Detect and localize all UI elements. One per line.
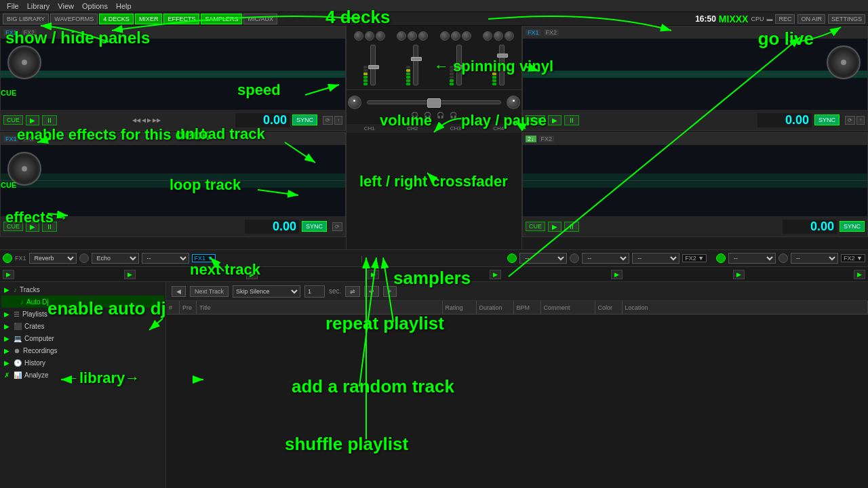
deck2-cue-button[interactable]: CUE [526,115,545,125]
toolbar-samplers[interactable]: SAMPLERS [201,14,242,24]
ch4-fader[interactable] [499,45,505,85]
fx3-effect2-toggle[interactable] [778,253,788,263]
on-air-button[interactable]: ON AIR [797,14,825,24]
deck1-speed-up-btn[interactable]: ↑ [334,116,342,125]
deck2-fx2-label[interactable]: FX2 [544,29,559,36]
ch4-eq-hi[interactable] [483,31,492,41]
deck2-playbar-button[interactable]: ▶ [246,270,258,279]
deck3-play-button[interactable]: ▶ [26,222,39,232]
fx2-enable-toggle[interactable] [507,253,517,263]
ch1-fader[interactable] [370,45,376,85]
lib-item-playlists[interactable]: ▶ ☰ Playlists [1,308,164,320]
deck1-fx1-label[interactable]: FX1 [3,29,19,36]
deck5-playbar-button[interactable]: ▶ [611,270,623,279]
deck3-fx2-label[interactable]: FX2 [22,136,37,142]
ch2-eq-lo[interactable] [418,31,428,41]
ch4-eq-mid[interactable] [494,31,503,41]
fx1-effect2-toggle[interactable] [79,253,89,263]
deck1-back-btn[interactable]: ◀ [142,117,146,123]
toolbar-effects[interactable]: EFFECTS [163,14,199,24]
fx2-effect1-select[interactable]: -- [519,253,567,264]
crossfader[interactable] [367,100,501,104]
fx2-effect3-select[interactable]: -- [632,253,679,264]
headphone-icon-2[interactable]: 🎧 [424,112,431,119]
deck6-playbar-button[interactable]: ▶ [733,270,745,279]
next-track-button[interactable]: Next Track [190,286,229,297]
deck2-play-button[interactable]: ▶ [548,115,561,125]
settings-button[interactable]: SETTINGS [828,14,865,24]
headphone-icon-1[interactable]: 🎧 [411,112,418,119]
ch1-eq-hi[interactable] [354,31,363,41]
deck1-ffwd-btn[interactable]: ▶▶ [153,117,161,123]
lib-item-recordings[interactable]: ▶ ⏺ Recordings [1,344,164,357]
deck4-play-button[interactable]: ▶ [548,222,561,232]
ch3-eq-lo[interactable] [462,31,471,41]
deck3-cue-button[interactable]: CUE [3,222,23,231]
lib-item-history[interactable]: ▶ 🕐 History [1,357,164,369]
deck2-speed-up-btn[interactable]: ↑ [856,116,865,125]
add-track-btn[interactable]: + [383,286,396,297]
ch2-eq-hi[interactable] [397,31,406,41]
ch1-eq-mid[interactable] [365,31,374,41]
fx1-effect1-select[interactable]: Reverb Echo Flanger [29,253,77,264]
master-volume-knob[interactable] [348,96,361,109]
loop-btn[interactable]: ↩ [364,286,379,297]
deck1-play-button[interactable]: ▶ [26,115,39,125]
deck4-playbar-button[interactable]: ▶ [490,270,501,279]
menu-help[interactable]: Help [112,2,136,10]
lib-item-analyze[interactable]: ✗ 📊 Analyze [1,369,164,381]
ch2-fader[interactable] [413,45,418,85]
ch3-fader[interactable] [456,45,462,85]
deck4-pause-button[interactable]: ⏸ [564,222,579,232]
toolbar-waveforms[interactable]: WAVEFORMS [50,14,98,24]
deck4-cue-button[interactable]: CUE [526,222,545,231]
deck4-fx2-label[interactable]: FX2 [539,136,555,142]
deck1-pause-button[interactable]: ⏸ [42,115,57,125]
headphone-icon-3[interactable]: 🎧 [437,112,444,119]
lib-item-computer[interactable]: ▶ 💻 Computer [1,332,164,344]
deck3-playbar-button[interactable]: ▶ [368,270,379,279]
deck3-pause-button[interactable]: ⏸ [42,222,57,232]
fx3-effect2-select[interactable]: -- [791,253,838,264]
lib-item-crates[interactable]: ▶ ⬛ Crates [1,320,164,332]
menu-view[interactable]: View [54,2,78,10]
headphone-volume-knob[interactable] [507,96,520,109]
global-play-button[interactable]: ▶ [3,270,14,279]
deck3-loop-btn[interactable]: ⟳ [332,222,342,231]
deck1-fwd-btn[interactable]: ▶ [147,117,151,123]
skip-silence-select[interactable]: Skip Silence [233,285,300,298]
deck4-sync-button[interactable]: SYNC [840,221,865,232]
deck1-fx2-label[interactable]: FX2 [22,29,37,36]
fx3-enable-toggle[interactable] [716,253,726,263]
fx1-effect3-select[interactable]: -- [142,253,189,264]
deck2-loop-btn[interactable]: ⟳ [845,116,855,125]
menu-options[interactable]: Options [78,2,112,10]
ch4-eq-lo[interactable] [505,31,514,41]
toolbar-mic-aux[interactable]: MIC/AUX [243,14,277,24]
prev-track-button[interactable]: ◀ [172,286,186,297]
deck1-sync-button[interactable]: SYNC [292,115,317,125]
rec-button[interactable]: REC [775,14,795,24]
ch3-eq-mid[interactable] [451,31,460,41]
fx1-effect2-select[interactable]: Echo Reverb Flanger [92,253,139,264]
toolbar-4decks[interactable]: 4 DECKS [99,14,134,24]
deck1-playbar-button[interactable]: ▶ [124,270,136,279]
deck3-fx1-label[interactable]: FX1 [3,136,19,142]
fx1-enable-toggle[interactable] [3,253,12,263]
deck3-sync-button[interactable]: SYNC [302,221,327,232]
fx2-effect2-toggle[interactable] [570,253,579,263]
menu-file[interactable]: File [3,2,23,10]
transition-time-input[interactable] [304,285,325,298]
toolbar-mixer[interactable]: MIXER [135,14,163,24]
fx3-effect1-select[interactable]: -- [728,253,776,264]
deck2-vinyl[interactable] [827,45,861,79]
deck3-vinyl[interactable] [7,152,41,186]
deck1-cue-button[interactable]: CUE [3,115,23,125]
ch2-eq-mid[interactable] [408,31,417,41]
ch3-eq-hi[interactable] [440,31,450,41]
deck7-playbar-button[interactable]: ▶ [854,270,865,279]
lib-item-autodj[interactable]: ♪ Auto Dj [1,296,164,308]
deck2-sync-button[interactable]: SYNC [814,115,840,125]
menu-library[interactable]: Library [23,2,54,10]
ch1-eq-lo[interactable] [376,31,385,41]
